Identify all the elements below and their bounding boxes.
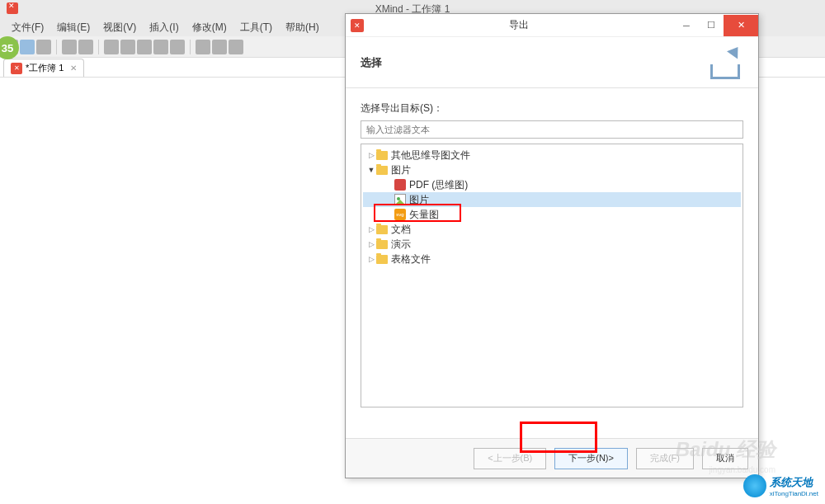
menu-insert[interactable]: 插入(I) bbox=[143, 19, 185, 36]
toolbar-btn-3[interactable] bbox=[36, 40, 51, 54]
export-tree: ▷ 其他思维导图文件 ▼ 图片 PDF (思维图) 图片 svg 矢量图 bbox=[361, 144, 743, 407]
annotation-highlight bbox=[374, 204, 461, 222]
finish-button[interactable]: 完成(F) bbox=[636, 448, 694, 469]
toolbar-btn-12[interactable] bbox=[212, 40, 227, 54]
tree-label: 演示 bbox=[391, 238, 411, 252]
tab-app-icon bbox=[11, 63, 22, 74]
cancel-button[interactable]: 取消 bbox=[702, 448, 748, 469]
dialog-title: 导出 bbox=[364, 18, 674, 32]
tree-label: 表格文件 bbox=[391, 252, 431, 266]
minimize-icon[interactable]: ─ bbox=[674, 15, 699, 36]
chevron-right-icon[interactable]: ▷ bbox=[366, 255, 376, 263]
toolbar-btn-6[interactable] bbox=[104, 40, 119, 54]
toolbar-btn-9[interactable] bbox=[153, 40, 168, 54]
menu-help[interactable]: 帮助(H) bbox=[279, 19, 326, 36]
toolbar-separator bbox=[56, 40, 57, 54]
toolbar-btn-13[interactable] bbox=[229, 40, 243, 54]
folder-icon bbox=[376, 151, 388, 160]
tree-label: 其他思维导图文件 bbox=[391, 148, 470, 163]
chevron-right-icon[interactable]: ▷ bbox=[366, 225, 376, 233]
maximize-icon[interactable]: ☐ bbox=[699, 15, 724, 36]
pdf-icon bbox=[394, 179, 406, 191]
window-controls: ─ ☐ ✕ bbox=[674, 15, 758, 36]
folder-icon bbox=[376, 255, 388, 264]
chevron-right-icon[interactable]: ▷ bbox=[366, 240, 376, 248]
chevron-right-icon[interactable]: ▷ bbox=[366, 151, 376, 159]
export-icon bbox=[704, 46, 743, 79]
tree-item-other[interactable]: ▷ 其他思维导图文件 bbox=[363, 148, 741, 163]
app-icon bbox=[7, 2, 18, 14]
toolbar-btn-5[interactable] bbox=[78, 40, 93, 54]
folder-icon bbox=[376, 225, 388, 234]
toolbar-btn-7[interactable] bbox=[120, 40, 135, 54]
document-tab[interactable]: *工作簿 1 ✕ bbox=[3, 59, 84, 77]
menu-modify[interactable]: 修改(M) bbox=[186, 19, 233, 36]
dialog-header: 选择 bbox=[346, 37, 758, 88]
tree-item-image-folder[interactable]: ▼ 图片 bbox=[363, 163, 741, 177]
folder-icon bbox=[376, 166, 388, 175]
close-icon[interactable]: ✕ bbox=[724, 15, 758, 36]
tree-item-pdf[interactable]: PDF (思维图) bbox=[363, 177, 741, 192]
toolbar-separator bbox=[190, 40, 191, 54]
close-icon[interactable]: ✕ bbox=[70, 64, 77, 73]
toolbar-separator bbox=[98, 40, 99, 54]
menu-view[interactable]: 视图(V) bbox=[97, 19, 143, 36]
tree-label: 文档 bbox=[391, 223, 411, 237]
target-label: 选择导出目标(S)： bbox=[361, 101, 743, 115]
toolbar-btn-8[interactable] bbox=[137, 40, 152, 54]
folder-icon bbox=[376, 240, 388, 249]
annotation-highlight bbox=[520, 422, 597, 453]
dialog-app-icon bbox=[351, 19, 364, 32]
tree-item-presentation[interactable]: ▷ 演示 bbox=[363, 237, 741, 252]
toolbar-save-icon[interactable] bbox=[20, 40, 35, 54]
filter-input[interactable] bbox=[361, 120, 743, 139]
toolbar-btn-4[interactable] bbox=[62, 40, 77, 54]
dialog-titlebar: 导出 ─ ☐ ✕ bbox=[346, 14, 758, 37]
dialog-header-title: 选择 bbox=[361, 55, 382, 70]
tree-item-document[interactable]: ▷ 文档 bbox=[363, 222, 741, 237]
menu-file[interactable]: 文件(F) bbox=[5, 19, 50, 36]
tree-label: PDF (思维图) bbox=[409, 178, 468, 192]
dialog-body: 选择导出目标(S)： ▷ 其他思维导图文件 ▼ 图片 PDF (思维图) 图片 bbox=[346, 88, 758, 421]
toolbar-btn-10[interactable] bbox=[170, 40, 185, 54]
tree-item-spreadsheet[interactable]: ▷ 表格文件 bbox=[363, 252, 741, 266]
tree-label: 图片 bbox=[391, 163, 411, 177]
tab-label: *工作簿 1 bbox=[26, 62, 64, 74]
export-dialog: 导出 ─ ☐ ✕ 选择 选择导出目标(S)： ▷ 其他思维导图文件 ▼ 图片 bbox=[345, 13, 759, 478]
menu-edit[interactable]: 编辑(E) bbox=[50, 19, 97, 36]
chevron-down-icon[interactable]: ▼ bbox=[366, 166, 376, 174]
menu-tools[interactable]: 工具(T) bbox=[233, 19, 279, 36]
toolbar-btn-11[interactable] bbox=[196, 40, 210, 54]
